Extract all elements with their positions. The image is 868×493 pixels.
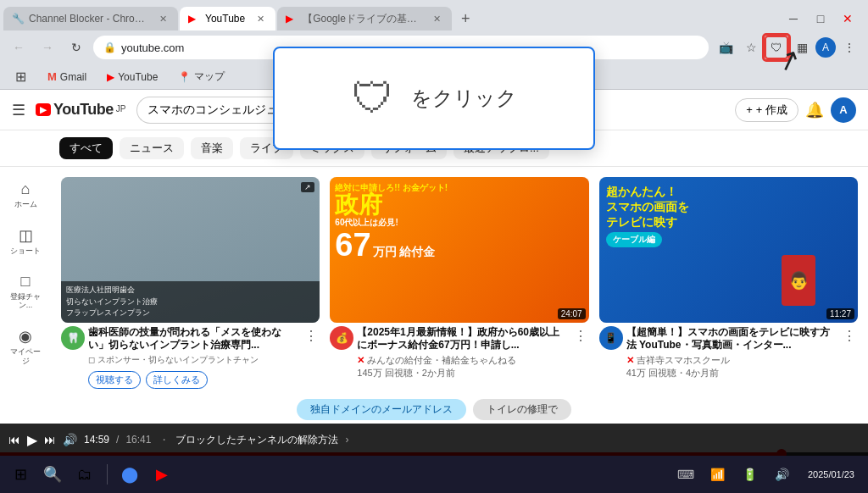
reload-button[interactable]: ↻ (64, 36, 88, 59)
video-controls: ⏮ ▶ ⏭ 🔊 14:59 / 16:41 ・ ブロックしたチャンネルの解除方法… (0, 424, 868, 456)
tab-channel-blocker[interactable]: 🔧 Channel Blocker - Chrome ウ… ✕ (3, 7, 178, 30)
plus-icon: + (746, 103, 753, 116)
cast-button[interactable]: 📺 (714, 36, 737, 59)
user-avatar[interactable]: A (831, 97, 856, 123)
bookmark-button[interactable]: ☆ (739, 36, 763, 59)
taskbar-speaker[interactable]: 🔊 (769, 461, 796, 488)
video-total: 16:41 (125, 434, 151, 446)
sidebar-item-subscriptions[interactable]: □ 登録チャン... (2, 266, 49, 318)
taskbar-search[interactable]: 🔍 (39, 461, 66, 488)
tab-close-2[interactable]: ✕ (253, 12, 267, 25)
tab-google-drive[interactable]: ▶ 【Googleドライブの基本】基本操作… ✕ (277, 7, 452, 30)
bookmark-youtube[interactable]: ▶ YouTube (102, 69, 163, 85)
sidebar-home-label: ホーム (14, 200, 37, 209)
profile-button[interactable]: A (815, 37, 836, 58)
bookmark-gmail[interactable]: M Gmail (42, 69, 92, 85)
taskbar-wifi[interactable]: 📶 (704, 461, 732, 488)
tab-close-1[interactable]: ✕ (156, 12, 170, 25)
play-pause-button[interactable]: ▶ (27, 432, 37, 448)
video-title-3: 【超簡単！】スマホの画面をテレビに映す方法 YouTube・写真動画・インター.… (626, 326, 837, 352)
popup-content: 🛡 をクリック (352, 74, 517, 123)
new-tab-button[interactable]: + (453, 7, 477, 30)
watch-button-1[interactable]: 視聴する (88, 371, 141, 389)
hamburger-menu[interactable]: ☰ (12, 101, 25, 119)
sidebar-item-mypage[interactable]: ◉ マイページ (2, 320, 49, 373)
taskbar-start[interactable]: ⊞ (7, 461, 34, 488)
thumbnail-3: 超かんたん！スマホの画面をテレビに映す ケーブル編 11:27 👨 (599, 177, 858, 323)
bookmark-maps[interactable]: 📍 マップ (173, 68, 230, 86)
ad-banner-right[interactable]: トイレの修理で (473, 399, 571, 420)
thumb-3-main: 超かんたん！スマホの画面をテレビに映す (606, 184, 851, 230)
detail-button-1[interactable]: 詳しくみる (146, 371, 208, 389)
tab-title-1: Channel Blocker - Chrome ウ… (29, 12, 147, 26)
close-button[interactable]: ✕ (836, 7, 860, 30)
mypage-icon: ◉ (19, 327, 32, 346)
back-button[interactable]: ← (7, 36, 31, 59)
video-channel-3: ✕ 吉祥寺スマホスクール (626, 354, 837, 367)
yt-logo[interactable]: ▶ YouTube JP (36, 101, 126, 119)
category-music[interactable]: 音楽 (191, 137, 233, 159)
thumb-1-badge: ↗ (301, 182, 314, 192)
category-news[interactable]: ニュース (120, 137, 184, 159)
menu-button[interactable]: ⋮ (837, 36, 861, 59)
video-views-3: 41万 回視聴・4か月前 (626, 367, 837, 379)
subscriptions-icon: □ (21, 273, 31, 291)
video-meta-2: 【2025年1月最新情報！】政府から60歳以上にボーナス給付金67万円！申請し.… (357, 326, 568, 379)
thumb-2-amount: 67 万円 給付金 (335, 229, 583, 261)
x-badge-2: ✕ (357, 355, 364, 365)
yt-logo-icon: ▶ (36, 103, 51, 116)
channel-name-3: 吉祥寺スマホスクール (637, 355, 730, 365)
minimize-button[interactable]: ─ (782, 7, 805, 30)
bookmark-maps-label: マップ (194, 69, 225, 84)
notification-bell[interactable]: 🔔 (805, 101, 824, 119)
sponsored-icon-1: ◻ (88, 355, 95, 364)
more-button-2[interactable]: ⋮ (572, 326, 589, 346)
thumbnail-2: 絶対に申請しろ!! お金ゲット! 政府 60代以上は必見! 67 万円 給付金 … (330, 177, 588, 323)
tab-title-2: YouTube (205, 13, 245, 25)
category-all[interactable]: すべて (59, 137, 113, 159)
forward-button[interactable]: → (36, 36, 59, 59)
video-views-2: 145万 回視聴・2か月前 (357, 367, 568, 379)
taskbar-files[interactable]: 🗂 (71, 461, 98, 488)
create-button[interactable]: + + 作成 (735, 98, 798, 122)
video-subtitle: ブロックしたチャンネルの解除方法 (175, 433, 338, 447)
thumbnail-1: 医療法人社団明歯会切らないインプラント治療フラップレスインプラン ↗ (61, 177, 320, 323)
popup-text: をクリック (411, 85, 517, 112)
video-channel-1: ◻ スポンサー・切らないインプラントチャン (88, 354, 299, 366)
taskbar-chrome[interactable]: ⬤ (116, 461, 143, 488)
video-chevron[interactable]: › (345, 434, 348, 446)
tab-youtube[interactable]: ▶ YouTube ✕ (180, 7, 275, 30)
thumb-2-line2: 60代以上は必見! (335, 217, 583, 229)
sidebar-item-shorts[interactable]: ◫ ショート (2, 219, 49, 263)
popup-icon: 🛡 (352, 74, 394, 123)
video-card-3[interactable]: 超かんたん！スマホの画面をテレビに映す ケーブル編 11:27 👨 📱 【超簡単… (599, 177, 858, 446)
ad-banner-left[interactable]: 独自ドメインのメールアドレス (297, 399, 466, 420)
taskbar-youtube-app[interactable]: ▶ (148, 461, 175, 488)
maximize-button[interactable]: □ (809, 7, 832, 30)
volume-button[interactable]: 🔊 (63, 433, 77, 446)
skip-back-button[interactable]: ⏮ (8, 433, 20, 446)
gmail-icon: M (47, 70, 57, 83)
taskbar-keyboard[interactable]: ⌨ (672, 461, 699, 488)
yt-logo-text: YouTube (53, 101, 114, 119)
thumb-2-kanji: 政府 (335, 193, 583, 217)
skip-forward-button[interactable]: ⏭ (44, 433, 56, 446)
apps-button[interactable]: ⊞ (8, 65, 32, 89)
bookmark-gmail-label: Gmail (60, 71, 86, 83)
tab-bar: 🔧 Channel Blocker - Chrome ウ… ✕ ▶ YouTub… (0, 0, 868, 30)
more-button-3[interactable]: ⋮ (841, 326, 858, 346)
channel-name-1: スポンサー・切らないインプラントチャン (97, 354, 259, 366)
thumb-3-person: 👨 (782, 255, 815, 306)
tab-favicon-3: ▶ (286, 13, 298, 25)
taskbar-battery[interactable]: 🔋 (737, 461, 764, 488)
video-card-1[interactable]: 医療法人社団明歯会切らないインプラント治療フラップレスインプラン ↗ 🦷 歯科医… (61, 177, 320, 446)
more-button-1[interactable]: ⋮ (303, 326, 320, 346)
taskbar: ⊞ 🔍 🗂 ⬤ ▶ ⌨ 📶 🔋 🔊 2025/01/23 (0, 456, 868, 493)
taskbar-clock[interactable]: 2025/01/23 (801, 469, 861, 479)
ad-banners: 独自ドメインのメールアドレス トイレの修理で (297, 399, 571, 420)
sidebar-subscriptions-label: 登録チャン... (7, 292, 44, 311)
sidebar-item-home[interactable]: ⌂ ホーム (2, 174, 49, 216)
tab-favicon-1: 🔧 (12, 13, 24, 25)
tab-close-3[interactable]: ✕ (430, 12, 443, 25)
x-badge-3: ✕ (626, 355, 634, 365)
